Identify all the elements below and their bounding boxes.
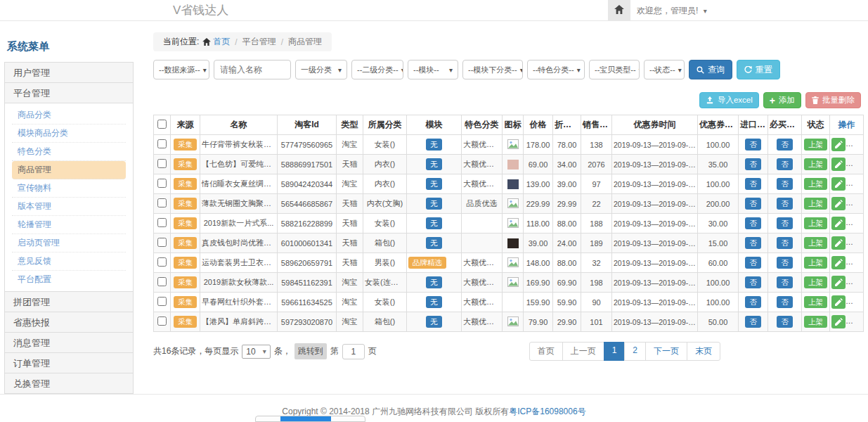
- edit-button[interactable]: [831, 158, 846, 171]
- col-header-11: 优惠券时间: [612, 115, 698, 135]
- row-checkbox[interactable]: [157, 238, 167, 247]
- add-button[interactable]: + 添加: [763, 92, 801, 108]
- row-checkbox[interactable]: [157, 179, 167, 188]
- page-button-0[interactable]: 首页: [529, 342, 563, 361]
- sidebar-group-2[interactable]: 拼团管理: [4, 291, 134, 312]
- filter-feature-select[interactable]: --特色分类--▾: [527, 60, 585, 79]
- sidebar-group-3[interactable]: 省惠快报: [4, 312, 134, 333]
- edit-button[interactable]: [831, 197, 846, 210]
- must-buy-toggle[interactable]: 否: [777, 158, 793, 170]
- sidebar-group-1[interactable]: 平台管理: [4, 82, 134, 103]
- filter-category1-select[interactable]: 一级分类▾: [295, 60, 347, 79]
- edit-button[interactable]: [831, 138, 846, 151]
- import-select-toggle[interactable]: 否: [745, 158, 761, 170]
- edit-button[interactable]: [831, 315, 846, 328]
- import-excel-button[interactable]: 导入excel: [699, 92, 759, 108]
- icp-link[interactable]: 粤ICP备16098006号: [509, 407, 585, 416]
- must-buy-toggle[interactable]: 否: [777, 237, 793, 248]
- import-select-toggle[interactable]: 否: [745, 178, 761, 189]
- row-checkbox[interactable]: [157, 277, 167, 286]
- import-select-toggle[interactable]: 否: [745, 316, 761, 327]
- sidebar-group-4[interactable]: 消息管理: [4, 332, 134, 353]
- filter-module-sub-select[interactable]: --模块下分类--▾: [462, 60, 523, 79]
- row-checkbox[interactable]: [157, 139, 167, 148]
- home-button[interactable]: [608, 0, 630, 20]
- must-buy-toggle[interactable]: 否: [777, 139, 793, 150]
- page-number-input[interactable]: [342, 344, 365, 359]
- must-buy-toggle[interactable]: 否: [777, 276, 793, 288]
- sidebar-item-7[interactable]: 启动页管理: [12, 234, 126, 252]
- page-button-1[interactable]: 上一页: [562, 342, 604, 361]
- per-page-select[interactable]: 10 ▾: [242, 345, 270, 359]
- reset-button[interactable]: 重置: [737, 60, 780, 79]
- status-badge[interactable]: 上架: [804, 217, 827, 229]
- status-badge[interactable]: 上架: [804, 158, 827, 170]
- filter-data-source-select[interactable]: --数据来源--▾: [153, 60, 209, 79]
- must-buy-toggle[interactable]: 否: [777, 178, 793, 189]
- row-checkbox[interactable]: [157, 218, 167, 227]
- sidebar-item-0[interactable]: 商品分类: [12, 106, 126, 124]
- filter-category2-select[interactable]: --二级分类--▾: [351, 60, 403, 79]
- sidebar-item-6[interactable]: 轮播管理: [12, 216, 126, 234]
- batch-delete-button[interactable]: 批量删除: [805, 92, 861, 108]
- sidebar-item-2[interactable]: 特色分类: [12, 143, 126, 161]
- status-badge[interactable]: 上架: [804, 139, 827, 150]
- icon-cell: [503, 194, 524, 214]
- edit-button[interactable]: [831, 256, 846, 269]
- page-button-5[interactable]: 末页: [687, 342, 720, 361]
- edit-button[interactable]: [831, 217, 846, 230]
- edit-button[interactable]: [831, 295, 846, 309]
- row-checkbox[interactable]: [157, 159, 167, 168]
- import-select-cell: 否: [739, 174, 768, 194]
- sidebar-group-5[interactable]: 订单管理: [4, 352, 134, 373]
- status-badge[interactable]: 上架: [804, 237, 827, 248]
- import-select-toggle[interactable]: 否: [745, 139, 761, 150]
- row-checkbox[interactable]: [157, 198, 167, 207]
- import-select-toggle[interactable]: 否: [745, 276, 761, 288]
- sidebar-item-5[interactable]: 版本管理: [12, 198, 126, 216]
- jump-button[interactable]: 跳转到: [294, 343, 327, 359]
- search-button[interactable]: 查询: [689, 60, 732, 79]
- status-badge[interactable]: 上架: [804, 198, 827, 209]
- status-badge[interactable]: 上架: [804, 316, 827, 327]
- must-buy-toggle[interactable]: 否: [777, 296, 793, 307]
- sidebar-item-1[interactable]: 模块商品分类: [12, 124, 126, 143]
- sidebar-group-6[interactable]: 兑换管理: [4, 373, 134, 394]
- edit-button[interactable]: [831, 177, 846, 191]
- breadcrumb-home-link[interactable]: 首页: [213, 36, 230, 48]
- filter-module-select[interactable]: --模块--▾: [408, 60, 458, 79]
- page-button-2[interactable]: 1: [604, 342, 626, 361]
- row-checkbox[interactable]: [157, 316, 167, 326]
- sidebar-item-4[interactable]: 宣传物料: [12, 179, 126, 198]
- import-select-toggle[interactable]: 否: [745, 217, 761, 229]
- user-menu[interactable]: 欢迎您，管理员! ▾: [637, 0, 707, 22]
- operations-cell: [830, 155, 864, 174]
- edit-button[interactable]: [831, 236, 846, 250]
- page-button-4[interactable]: 下一页: [645, 342, 687, 361]
- must-buy-toggle[interactable]: 否: [777, 316, 793, 327]
- filter-goods-type-select[interactable]: --宝贝类型--▾: [589, 60, 640, 79]
- status-badge[interactable]: 上架: [804, 296, 827, 307]
- status-badge[interactable]: 上架: [804, 178, 827, 189]
- sidebar-item-8[interactable]: 意见反馈: [12, 252, 126, 271]
- select-all-checkbox[interactable]: [157, 120, 167, 129]
- sidebar-item-3[interactable]: 商品管理: [12, 161, 126, 179]
- row-checkbox[interactable]: [157, 257, 167, 267]
- sidebar-item-9[interactable]: 平台配置: [12, 271, 126, 288]
- import-select-toggle[interactable]: 否: [745, 198, 761, 209]
- import-select-toggle[interactable]: 否: [745, 257, 761, 268]
- name-search-input[interactable]: [214, 60, 291, 79]
- filter-status-select[interactable]: --状态--▾: [644, 60, 685, 79]
- import-select-toggle[interactable]: 否: [745, 296, 761, 307]
- status-badge[interactable]: 上架: [804, 276, 827, 288]
- sidebar-group-0[interactable]: 用户管理: [4, 62, 134, 83]
- row-checkbox[interactable]: [157, 297, 167, 306]
- edit-button[interactable]: [831, 276, 846, 289]
- must-buy-toggle[interactable]: 否: [777, 198, 793, 209]
- import-select-toggle[interactable]: 否: [745, 237, 761, 248]
- page-button-3[interactable]: 2: [624, 342, 646, 361]
- product-name: 情侣睡衣女夏丝绸男士...: [200, 174, 278, 194]
- must-buy-toggle[interactable]: 否: [777, 217, 793, 229]
- status-badge[interactable]: 上架: [804, 257, 827, 268]
- must-buy-toggle[interactable]: 否: [777, 257, 793, 268]
